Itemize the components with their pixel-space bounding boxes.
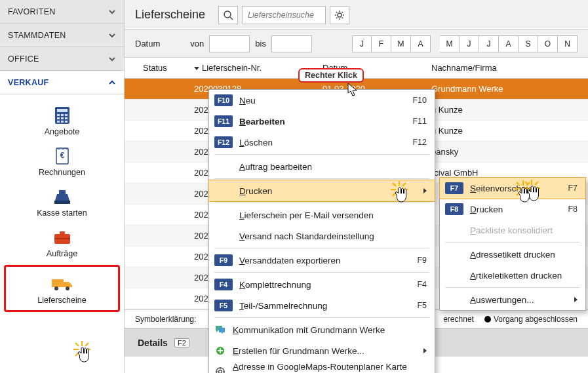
search-input[interactable] [242, 6, 326, 24]
svg-rect-18 [52, 279, 64, 287]
menu-item[interactable]: Adressetikett drucken [440, 244, 585, 265]
sidebar-item-label: Aufträge [47, 249, 77, 258]
svg-line-22 [230, 17, 233, 20]
menu-item[interactable]: F4KomplettrechnungF4 [209, 274, 435, 295]
cell-name: bansky [425, 147, 588, 157]
menu-item[interactable]: Auftrag bearbeiten [209, 156, 435, 177]
menu-item[interactable]: Erstellen für Grundmann Werke... [209, 340, 435, 361]
svg-rect-5 [57, 117, 60, 119]
chat-icon [214, 324, 226, 336]
to-label: bis [255, 39, 266, 49]
sidebar-section-favoriten[interactable]: FAVORITEN [0, 0, 124, 24]
tooltip-rechter-klick: Rechter Klick [298, 68, 364, 83]
sidebar-item-auftraege[interactable]: Aufträge [0, 222, 124, 262]
month-cell[interactable]: J [479, 35, 499, 52]
search-button[interactable] [218, 6, 238, 24]
svg-point-19 [54, 286, 58, 290]
sidebar-item-label: Lieferscheine [37, 296, 86, 305]
menu-item[interactable]: F9Versanddaten exportierenF9 [209, 250, 435, 271]
svg-line-30 [336, 17, 338, 18]
svg-point-20 [66, 286, 69, 290]
menu-item[interactable]: Versand nach Standardeinstellung [209, 226, 435, 246]
svg-rect-9 [61, 121, 64, 123]
svg-text:€: € [60, 151, 64, 160]
menu-item[interactable]: F10NeuF10 [209, 90, 435, 111]
calculator-icon [50, 105, 74, 126]
month-cell[interactable]: J [352, 35, 372, 52]
menu-item[interactable]: F7SeitenvorschauF7 [440, 178, 585, 199]
svg-rect-8 [57, 121, 60, 123]
sidebar-section-stammdaten[interactable]: STAMMDATEN [0, 24, 124, 47]
menu-item[interactable]: F5Teil-/SammelrechnungF5 [209, 295, 435, 316]
svg-rect-14 [59, 190, 66, 194]
menu-item[interactable]: Kommunikation mit Grundmann Werke [209, 319, 435, 340]
sidebar: FAVORITEN STAMMDATEN OFFICE VERKAUF Ange… [0, 0, 125, 373]
details-button[interactable]: Details [138, 338, 168, 348]
chevron-down-icon [108, 8, 116, 16]
search-icon [223, 10, 233, 20]
menu-item[interactable]: F8DruckenF8 [440, 199, 585, 220]
date-to-input[interactable] [271, 35, 312, 52]
cursor-hand-icon [77, 346, 92, 363]
sidebar-item-label: Angebote [45, 127, 80, 136]
cursor-arrow-icon [347, 83, 358, 97]
key-badge: F4 [214, 279, 233, 290]
month-cell[interactable]: A [411, 35, 431, 52]
svg-line-28 [336, 12, 338, 13]
svg-point-23 [338, 13, 342, 17]
sidebar-item-lieferscheine[interactable]: Lieferscheine [6, 268, 118, 309]
svg-rect-13 [54, 201, 70, 204]
month-cell[interactable]: A [499, 35, 519, 52]
svg-rect-3 [61, 114, 64, 116]
month-cell[interactable]: S [519, 35, 538, 52]
month-cell[interactable]: M [440, 35, 460, 52]
context-menu-main: F10NeuF10F11BearbeitenF11F12LöschenF12Au… [208, 89, 435, 373]
svg-rect-2 [57, 114, 60, 116]
menu-item[interactable]: Artikeletiketten drucken [440, 265, 585, 286]
menu-item[interactable]: Auswertungen... [440, 289, 585, 310]
context-menu-drucken: F7SeitenvorschauF7F8DruckenF8Packliste k… [439, 177, 586, 311]
sort-desc-icon [194, 66, 199, 71]
submenu-arrow-icon [423, 188, 427, 193]
key-badge: F12 [214, 136, 233, 148]
submenu-arrow-icon [574, 297, 578, 302]
date-label: Datum [135, 39, 160, 49]
key-badge: F11 [214, 115, 233, 127]
cell-name: rcival GmbH [425, 168, 588, 178]
col-nr[interactable]: Lieferschein-Nr. [187, 63, 316, 73]
sidebar-item-rechnungen[interactable]: € Rechnungen [0, 140, 124, 181]
svg-rect-7 [65, 117, 68, 119]
key-badge: F9 [214, 254, 233, 266]
svg-rect-1 [57, 109, 68, 112]
menu-item[interactable]: Adresse in GoogleMaps-Routenplaner Karte… [209, 361, 435, 373]
chevron-up-icon [108, 79, 116, 87]
svg-point-21 [224, 11, 231, 18]
filter-bar: Datum von bis J F M A M J J A S O N [125, 30, 588, 58]
sidebar-item-kasse[interactable]: Kasse starten [0, 181, 124, 222]
target-icon [214, 366, 226, 373]
key-badge: F7 [445, 182, 463, 194]
date-from-input[interactable] [209, 35, 250, 52]
sidebar-item-angebote[interactable]: Angebote [0, 100, 124, 140]
menu-item[interactable]: Lieferschein per E-Mail versenden [209, 205, 435, 226]
col-status[interactable]: Status [125, 63, 187, 73]
cell-name: u Kunze [425, 126, 588, 136]
sidebar-section-verkauf[interactable]: VERKAUF [0, 71, 124, 94]
menu-item: Packliste konsolidiert [440, 220, 585, 241]
menu-item[interactable]: F11BearbeitenF11 [209, 111, 435, 132]
settings-button[interactable] [330, 6, 349, 24]
col-name[interactable]: Nachname/Firma [425, 63, 588, 73]
month-cell[interactable]: N [558, 35, 578, 52]
month-cell[interactable]: O [538, 35, 558, 52]
key-badge: F10 [214, 94, 233, 106]
svg-rect-17 [54, 238, 70, 239]
sidebar-section-office[interactable]: OFFICE [0, 47, 124, 71]
svg-rect-16 [60, 231, 65, 234]
cashregister-icon [50, 186, 74, 207]
month-cell[interactable]: F [372, 35, 391, 52]
sidebar-items: Angebote € Rechnungen Kasse starten Auft… [0, 94, 124, 324]
menu-item[interactable]: F12LöschenF12 [209, 132, 435, 153]
svg-rect-6 [61, 117, 64, 119]
month-cell[interactable]: M [391, 35, 411, 52]
month-cell[interactable]: J [460, 35, 479, 52]
